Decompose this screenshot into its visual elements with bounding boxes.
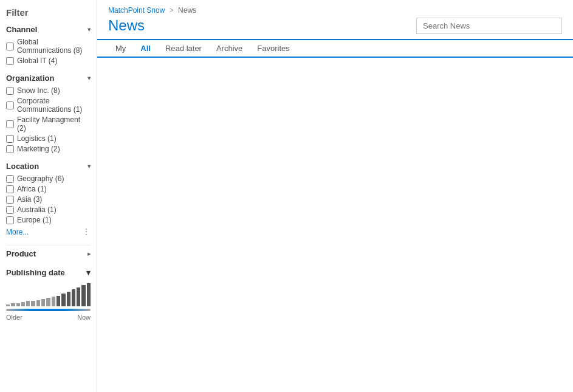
loc-item-africa: Africa (1) [6, 185, 91, 193]
channel-items: Global Communications (8) Global IT (4) [6, 38, 91, 65]
publishing-date-slider[interactable] [6, 309, 91, 311]
topbar: MatchPoint Snow > News News [97, 0, 573, 40]
org-item-label-2: Facility Managment (2) [17, 115, 91, 132]
org-item-facility: Facility Managment (2) [6, 115, 91, 132]
news-list [97, 58, 573, 392]
date-now-label: Now [77, 314, 91, 321]
tab-my[interactable]: My [108, 40, 133, 58]
tab-favorites[interactable]: Favorites [250, 40, 297, 58]
channel-checkbox-global-comms[interactable] [6, 43, 14, 50]
publishing-date-chart [6, 282, 91, 306]
bar-9 [52, 297, 55, 306]
filter-title: Filter [6, 7, 91, 18]
organization-label: Organization [6, 74, 54, 83]
bar-4 [26, 301, 30, 306]
bar-3 [21, 302, 25, 306]
loc-checkbox-africa[interactable] [6, 185, 14, 193]
product-chevron-icon: ▸ [87, 250, 91, 257]
channel-item-global-comms: Global Communications (8) [6, 38, 91, 55]
loc-item-europe: Europe (1) [6, 216, 91, 224]
page-title-row: News [108, 17, 562, 34]
org-item-label-4: Marketing (2) [17, 145, 60, 153]
bar-13 [72, 289, 75, 306]
tab-archive[interactable]: Archive [209, 40, 250, 58]
publishing-date-chevron-icon: ▾ [86, 268, 91, 277]
org-checkbox-logistics[interactable] [6, 135, 14, 143]
channel-header[interactable]: Channel ▾ [6, 25, 91, 34]
loc-item-label-3: Australia (1) [17, 205, 57, 214]
organization-chevron-icon: ▾ [87, 75, 91, 81]
loc-checkbox-europe[interactable] [6, 216, 14, 224]
org-item-label-0: Snow Inc. (8) [17, 86, 60, 95]
org-item-snow: Snow Inc. (8) [6, 86, 91, 95]
org-checkbox-snow[interactable] [6, 87, 14, 95]
location-chevron-icon: ▾ [87, 163, 91, 170]
channel-label: Channel [6, 25, 37, 34]
publishing-date-range: Older Now [6, 314, 91, 321]
loc-item-australia: Australia (1) [6, 205, 91, 214]
organization-header[interactable]: Organization ▾ [6, 74, 91, 83]
location-items: Geography (6) Africa (1) Asia (3) Austra… [6, 174, 91, 224]
org-checkbox-facility[interactable] [6, 120, 14, 128]
product-label: Product [6, 249, 36, 258]
publishing-date-header[interactable]: Publishing date ▾ [6, 268, 91, 277]
loc-item-label-0: Geography (6) [17, 174, 64, 183]
main-content: MatchPoint Snow > News News MyAllRead la… [97, 0, 573, 392]
publishing-date-section: Publishing date ▾ Older Now [6, 268, 91, 321]
bar-0 [6, 304, 10, 306]
org-item-corporate: Corporate Communications (1) [6, 97, 91, 114]
breadcrumb-separator: > [170, 6, 174, 15]
channel-checkbox-global-it[interactable] [6, 57, 14, 65]
loc-item-label-1: Africa (1) [17, 185, 47, 193]
breadcrumb-home-link[interactable]: MatchPoint Snow [108, 6, 165, 15]
tabs-bar: MyAllRead laterArchiveFavorites [97, 40, 573, 58]
tab-all[interactable]: All [133, 40, 158, 58]
publishing-date-label: Publishing date [6, 268, 65, 277]
product-section[interactable]: Product ▸ [6, 245, 91, 262]
organization-items: Snow Inc. (8) Corporate Communications (… [6, 86, 91, 153]
channel-section: Channel ▾ Global Communications (8) Glob… [6, 25, 91, 65]
org-item-marketing: Marketing (2) [6, 145, 91, 153]
bar-14 [77, 287, 80, 306]
page-title: News [108, 17, 145, 34]
bar-16 [87, 283, 91, 306]
channel-item-label-1: Global IT (4) [17, 57, 57, 65]
breadcrumb: MatchPoint Snow > News [108, 6, 562, 15]
bar-12 [67, 292, 70, 306]
location-dots-icon[interactable]: ⋮ [82, 227, 91, 236]
breadcrumb-current: News [178, 6, 196, 15]
location-label: Location [6, 162, 39, 171]
org-item-label-3: Logistics (1) [17, 134, 57, 143]
bar-8 [46, 298, 50, 306]
date-older-label: Older [6, 314, 22, 321]
search-input[interactable] [416, 18, 562, 34]
location-more-link[interactable]: More... [6, 228, 29, 236]
location-section: Location ▾ Geography (6) Africa (1) Asia… [6, 162, 91, 236]
location-header[interactable]: Location ▾ [6, 162, 91, 171]
channel-item-label-0: Global Communications (8) [17, 38, 91, 55]
bar-10 [57, 296, 60, 306]
bar-11 [61, 294, 65, 306]
org-checkbox-marketing[interactable] [6, 145, 14, 153]
tab-read-later[interactable]: Read later [158, 40, 209, 58]
loc-item-geography: Geography (6) [6, 174, 91, 183]
sidebar: Filter Channel ▾ Global Communications (… [0, 0, 97, 392]
organization-section: Organization ▾ Snow Inc. (8) Corporate C… [6, 74, 91, 153]
loc-checkbox-geography[interactable] [6, 175, 14, 183]
bar-1 [11, 303, 15, 306]
bar-15 [81, 285, 85, 306]
loc-item-asia: Asia (3) [6, 195, 91, 204]
loc-item-label-2: Asia (3) [17, 195, 42, 204]
bar-2 [16, 303, 20, 306]
loc-item-label-4: Europe (1) [17, 216, 52, 224]
org-item-label-1: Corporate Communications (1) [17, 97, 91, 114]
loc-checkbox-asia[interactable] [6, 196, 14, 204]
loc-checkbox-australia[interactable] [6, 206, 14, 214]
bar-5 [31, 301, 35, 306]
org-item-logistics: Logistics (1) [6, 134, 91, 143]
channel-chevron-icon: ▾ [87, 26, 91, 33]
bar-7 [41, 299, 45, 306]
org-checkbox-corporate[interactable] [6, 101, 14, 109]
channel-item-global-it: Global IT (4) [6, 57, 91, 65]
bar-6 [36, 300, 40, 306]
